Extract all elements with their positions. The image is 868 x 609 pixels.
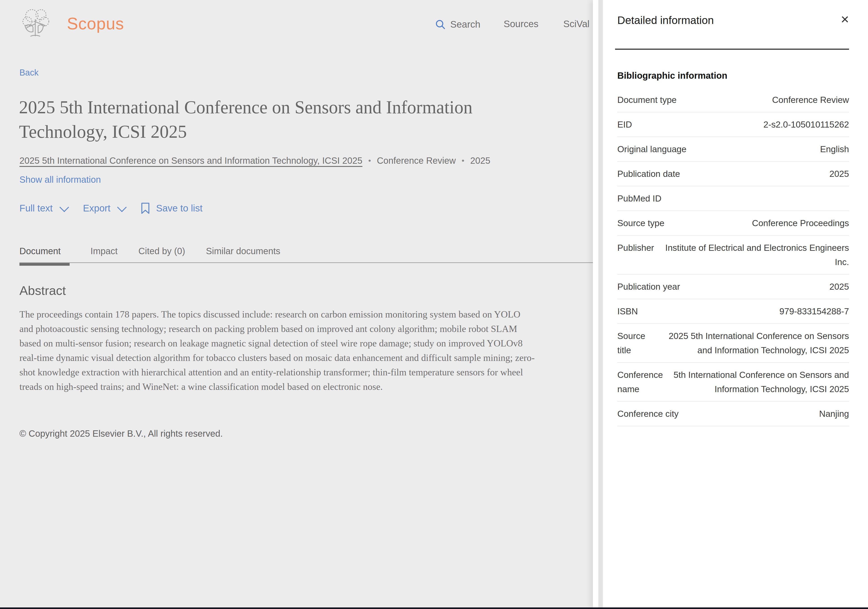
row-value: Conference Proceedings	[671, 216, 849, 230]
export-label: Export	[83, 203, 110, 214]
close-icon[interactable]: ×	[841, 12, 849, 26]
publication-year: 2025	[470, 155, 490, 166]
detailed-information-panel: Detailed information × Bibliographic inf…	[593, 0, 868, 609]
nav-sources-label: Sources	[504, 19, 538, 30]
nav-scival-label: SciVal	[563, 19, 589, 30]
row-label: Publisher	[617, 241, 654, 255]
show-all-information-link[interactable]: Show all information	[19, 175, 101, 185]
row-label: Publication date	[617, 167, 680, 181]
row-label: Source title	[617, 329, 657, 357]
bullet-separator: •	[462, 156, 464, 165]
row-label: Conference city	[617, 407, 679, 421]
document-type-badge: Conference Review	[377, 155, 456, 166]
table-row: Document type Conference Review	[617, 88, 849, 112]
copyright-notice: © Copyright 2025 Elsevier B.V., All righ…	[19, 429, 223, 439]
row-value: 2025 5th International Conference on Sen…	[663, 329, 849, 357]
table-row: Conference city Nanjing	[617, 402, 849, 426]
panel-header-divider	[615, 49, 849, 50]
row-label: Original language	[617, 142, 687, 156]
bottom-page-edge-bar	[0, 607, 868, 609]
back-link[interactable]: Back	[19, 68, 39, 78]
row-label: Source type	[617, 216, 664, 230]
table-row: Source title 2025 5th International Conf…	[617, 324, 849, 363]
table-row: Publication year 2025	[617, 275, 849, 299]
row-value: Institute of Electrical and Electronics …	[663, 241, 849, 269]
table-row: PubMed ID	[617, 186, 849, 211]
bookmark-icon	[141, 202, 150, 214]
scopus-logo[interactable]: Scopus	[19, 7, 124, 41]
table-row: Publisher Institute of Electrical and El…	[617, 236, 849, 275]
row-label: Document type	[617, 93, 677, 107]
chevron-down-icon	[117, 203, 127, 212]
nav-sources[interactable]: Sources	[504, 19, 538, 30]
source-meta-line: 2025 5th International Conference on Sen…	[19, 155, 562, 166]
table-row: EID 2-s2.0-105010115262	[617, 112, 849, 137]
row-value: 2025	[687, 280, 849, 294]
row-value: Nanjing	[685, 407, 849, 421]
search-icon	[434, 19, 446, 30]
nav-scival[interactable]: SciVal	[563, 19, 589, 30]
panel-scrollbar[interactable]	[598, 0, 603, 609]
row-value: Conference Review	[684, 93, 849, 107]
bibliographic-info-table: Document type Conference Review EID 2-s2…	[617, 88, 849, 426]
document-title: 2025 5th International Conference on Sen…	[19, 95, 543, 144]
chevron-down-icon	[59, 203, 69, 212]
save-to-list-label: Save to list	[156, 203, 202, 214]
row-value: 5th International Conference on Sensors …	[670, 368, 849, 396]
nav-search-label: Search	[450, 19, 480, 30]
export-button[interactable]: Export	[83, 203, 124, 214]
row-label: ISBN	[617, 304, 638, 318]
table-row: Original language English	[617, 137, 849, 162]
document-actions: Full text Export Save to list	[19, 202, 203, 214]
full-text-button[interactable]: Full text	[19, 203, 67, 214]
source-title-link[interactable]: 2025 5th International Conference on Sen…	[19, 155, 362, 166]
table-row: Source type Conference Proceedings	[617, 211, 849, 236]
top-navigation: Scopus Search Sources SciVal	[0, 0, 593, 50]
row-label: Conference name	[617, 368, 663, 396]
row-value: 2-s2.0-105010115262	[663, 117, 849, 132]
brand-name: Scopus	[67, 7, 124, 41]
abstract-text: The proceedings contain 178 papers. The …	[19, 307, 535, 394]
row-value: 979-833154288-7	[663, 304, 849, 318]
row-value: English	[693, 142, 849, 156]
table-row: ISBN 979-833154288-7	[617, 299, 849, 324]
nav-search[interactable]: Search	[434, 19, 480, 30]
tabs-divider	[19, 263, 593, 263]
row-label: EID	[617, 117, 632, 132]
save-to-list-button[interactable]: Save to list	[141, 202, 202, 214]
row-label: PubMed ID	[617, 191, 662, 205]
table-row: Conference name 5th International Confer…	[617, 363, 849, 402]
full-text-label: Full text	[19, 203, 53, 214]
table-row: Publication date 2025	[617, 162, 849, 186]
row-label: Publication year	[617, 280, 680, 294]
bullet-separator: •	[368, 156, 371, 165]
row-value: 2025	[687, 167, 849, 181]
panel-title: Detailed information	[617, 14, 714, 26]
abstract-heading: Abstract	[19, 283, 66, 298]
elsevier-tree-icon	[19, 7, 53, 41]
bibliographic-information-heading: Bibliographic information	[617, 71, 727, 81]
